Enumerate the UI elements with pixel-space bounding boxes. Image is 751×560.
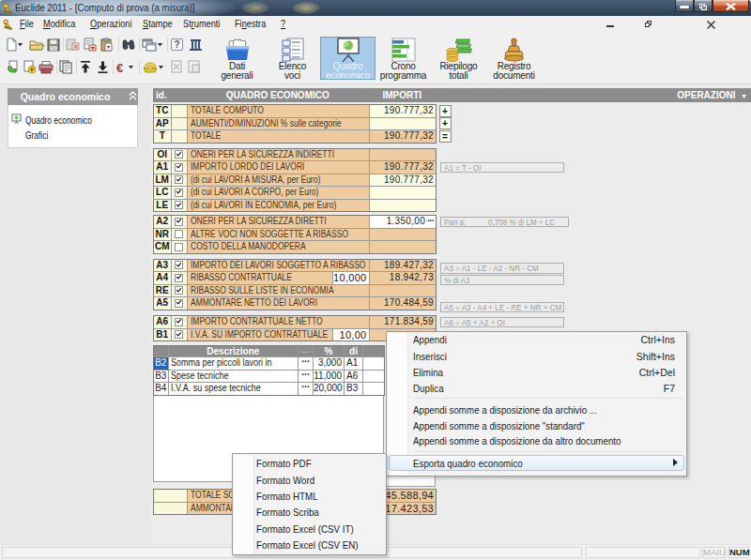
svg-text:€: € <box>116 61 123 75</box>
svg-text:?: ? <box>174 39 179 50</box>
